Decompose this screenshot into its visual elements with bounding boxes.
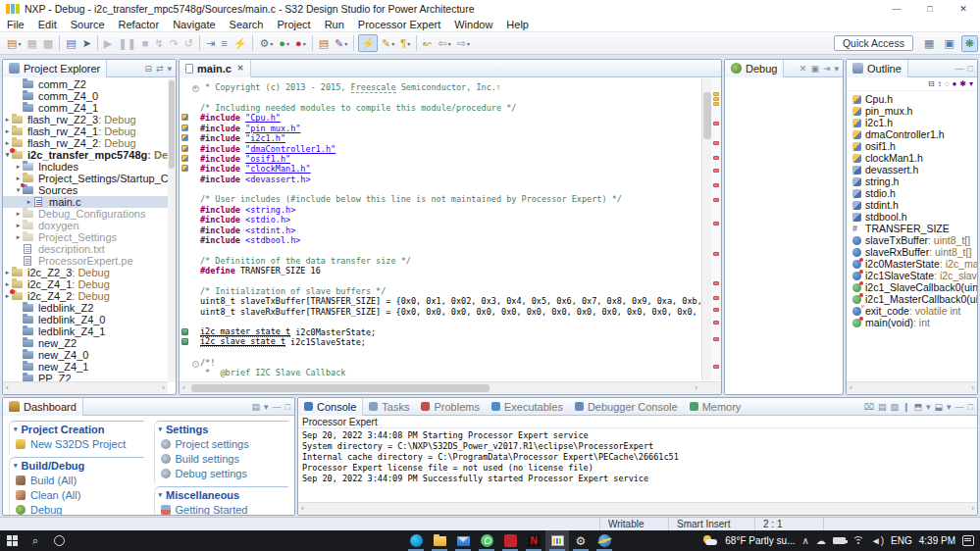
dashboard-section-settings[interactable]: ▾Settings	[159, 424, 289, 435]
tree-item-comm-z2[interactable]: comm_Z2	[3, 78, 168, 90]
onedrive-icon[interactable]: ☁	[816, 535, 826, 546]
taskbar-whatsapp-icon[interactable]	[475, 530, 498, 551]
tab-debugger-console[interactable]: Debugger Console	[569, 398, 684, 416]
mark-occurrences-button[interactable]: ✎▾	[380, 34, 396, 52]
tree-item-project-settings[interactable]: ▸Project_Settings	[3, 231, 168, 243]
outline-item-devassert-h[interactable]: devassert.h	[847, 164, 977, 175]
close-tab-icon[interactable]: ✕	[237, 64, 244, 73]
tree-item-new-z4-0[interactable]: new_Z4_0	[3, 349, 168, 361]
start-button[interactable]	[0, 530, 24, 551]
taskbar-settings-icon[interactable]: ⚙	[569, 530, 593, 551]
menu-window[interactable]: Window	[447, 19, 499, 30]
menu-edit[interactable]: Edit	[31, 19, 64, 30]
tree-item-comm-z4-1[interactable]: comm_Z4_1	[3, 102, 168, 114]
tab-memory[interactable]: Memory	[684, 398, 748, 416]
debug-icon-3[interactable]: ▾	[834, 64, 839, 74]
suspend-button[interactable]: ❚❚	[116, 34, 137, 52]
editor-vscrollbar[interactable]	[701, 78, 711, 380]
taskbar-file-explorer-icon[interactable]	[428, 530, 451, 551]
tree-item-ledblink-z4-1[interactable]: ledblink_Z4_1	[3, 326, 168, 337]
fold-toggle-icon[interactable]: +	[192, 85, 199, 92]
tab-tasks[interactable]: Tasks	[363, 398, 415, 416]
outline-hscrollbar[interactable]: ‹›	[847, 381, 977, 394]
console-toolbar-icon-5[interactable]: ▾	[926, 402, 931, 412]
outline-item-string-h[interactable]: string.h	[847, 175, 977, 187]
menu-help[interactable]: Help	[499, 19, 536, 30]
dashboard-link-debug-settings[interactable]: Debug settings	[159, 468, 289, 479]
taskbar-s32ds-active-icon[interactable]	[545, 530, 569, 551]
minimize-view-icon[interactable]: —	[955, 64, 964, 74]
battery-icon[interactable]	[833, 537, 846, 544]
debug-icon-2[interactable]: ⇥	[823, 64, 831, 74]
resume-button[interactable]: ▶	[102, 34, 114, 52]
back-button[interactable]: ⇦▾	[436, 34, 452, 52]
tab-console[interactable]: Console	[298, 398, 363, 416]
menu-search[interactable]: Search	[223, 19, 271, 30]
tree-item-main-c[interactable]: ▸main.c	[3, 196, 168, 208]
outline-item-cpu-h[interactable]: Cpu.h	[847, 93, 977, 105]
project-explorer-hscrollbar[interactable]: ‹›	[3, 381, 168, 394]
menu-navigate[interactable]: Navigate	[166, 19, 222, 30]
outline-item-pin-mux-h[interactable]: pin_mux.h	[847, 105, 977, 117]
outline-icon-5[interactable]: ▾	[969, 79, 973, 88]
outline-item-slavetxbuffer[interactable]: slaveTxBuffer : uint8_t[]	[847, 234, 977, 246]
tree-item-flash-rw-z2-3[interactable]: ▸flash_rw_Z2_3: Debug	[3, 114, 168, 125]
console-toolbar-icon-1[interactable]: ▤	[878, 402, 887, 412]
fold-toggle-icon[interactable]: -	[192, 361, 199, 368]
dashboard-icon-2[interactable]: —	[273, 402, 282, 412]
last-edit-button[interactable]: ↜	[421, 34, 434, 52]
menu-run[interactable]: Run	[318, 19, 351, 30]
minimize-button[interactable]: —	[880, 0, 913, 18]
tree-item-i2c-z2-3[interactable]: ▸i2c_Z2_3: Debug	[3, 267, 168, 278]
weather-icon[interactable]	[702, 535, 718, 546]
tree-item-ledblink-z2[interactable]: ledblink_Z2	[3, 302, 168, 314]
menu-processor-expert[interactable]: Processor Expert	[351, 19, 447, 30]
menu-refactor[interactable]: Refactor	[112, 19, 167, 30]
dashboard-icon-1[interactable]: ▾	[264, 402, 269, 412]
run-button[interactable]: ●▾	[277, 34, 291, 52]
outline-item-slaverxbuffer[interactable]: slaveRxBuffer : uint8_t[]	[847, 246, 977, 258]
taskbar-netflix-icon[interactable]: N	[522, 530, 545, 551]
menu-source[interactable]: Source	[64, 19, 112, 30]
dashboard-section-project-creation[interactable]: ▾Project Creation	[14, 424, 144, 435]
outline-icon-2[interactable]: ◌	[945, 79, 950, 88]
menu-project[interactable]: Project	[270, 19, 317, 30]
debug-icon-0[interactable]: ✕	[799, 64, 807, 74]
terminate-button[interactable]: ■	[140, 34, 151, 52]
debug-perspective-button[interactable]: ❋	[961, 35, 978, 52]
taskbar-jio-icon[interactable]	[498, 530, 522, 551]
tree-item-debug-configurations[interactable]: ▸Debug_Configurations	[3, 208, 168, 220]
dashboard-link-build-all-[interactable]: Build (All)	[14, 475, 144, 486]
console-toolbar-icon-7[interactable]: ▾	[947, 402, 952, 412]
select-tool-button[interactable]: ➤	[80, 34, 93, 52]
console-toolbar-icon-4[interactable]: ⬒	[913, 402, 922, 412]
outline-item-main-void-[interactable]: main(void) : int	[847, 317, 977, 328]
dashboard-link-project-settings[interactable]: Project settings	[159, 438, 289, 450]
wifi-icon[interactable]	[852, 536, 864, 545]
tree-item-i2c-z4-2[interactable]: ▸i2c_Z4_2: Debug	[3, 290, 168, 302]
code-area[interactable]: + * Copyright (c) 2013 - 2015, Freescale…	[180, 82, 701, 380]
outline-item-stdbool-h[interactable]: stdbool.h	[847, 211, 977, 223]
save-button[interactable]: ▦	[25, 34, 38, 52]
action-center-icon[interactable]	[962, 535, 974, 546]
taskbar-mail-icon[interactable]	[451, 530, 475, 551]
tree-item-processorexpert-pe[interactable]: ProcessorExpert.pe	[3, 255, 168, 267]
forward-button[interactable]: ⇨▾	[455, 34, 472, 52]
save-all-button[interactable]: ▩	[41, 34, 55, 52]
tree-item-new-z4-1[interactable]: new_Z4_1	[3, 361, 168, 373]
tree-item-doxygen[interactable]: ▸doxygen	[3, 220, 168, 231]
pe-generate-button[interactable]: ⚡	[358, 34, 378, 52]
weather-text[interactable]: 68°F Partly su...	[725, 535, 795, 546]
outline-item-stdio-h[interactable]: stdio.h	[847, 187, 977, 199]
maximize-button[interactable]: □	[913, 0, 947, 18]
tree-item-i2c-z4-1[interactable]: ▸i2c_Z4_1: Debug	[3, 278, 168, 290]
tree-item-i2c-transfer-mpc5748g[interactable]: ▾i2c_transfer_mpc5748g: Debug_FLAS	[3, 149, 168, 161]
debug-button[interactable]: ●▾	[293, 34, 308, 52]
tab-main-c[interactable]: main.c ✕	[180, 60, 251, 77]
outline-item-osif1-h[interactable]: osif1.h	[847, 140, 977, 152]
step-over-button[interactable]: ↷	[168, 34, 181, 52]
language-indicator[interactable]: ENG	[891, 535, 912, 546]
console-toolbar-icon-2[interactable]: ▨	[890, 402, 899, 412]
console-toolbar-icon-3[interactable]: ❙	[903, 402, 910, 412]
tree-item-sources[interactable]: ▾Sources	[3, 184, 168, 196]
